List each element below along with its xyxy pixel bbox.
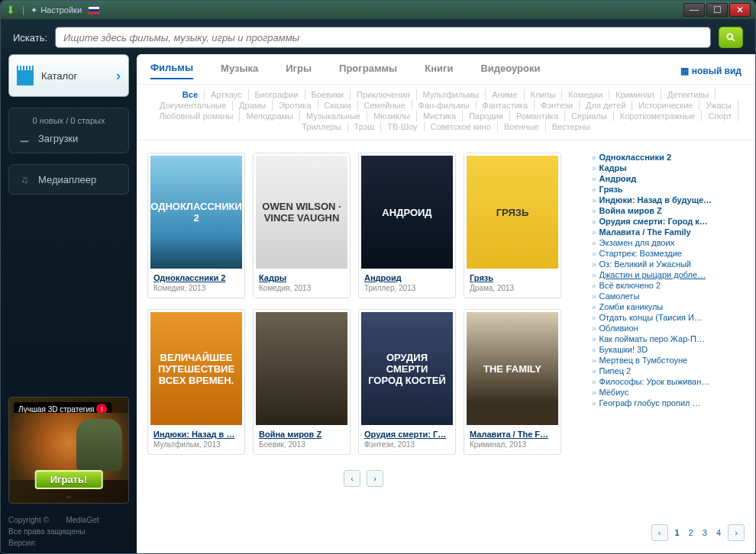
right-list-item[interactable]: »Как поймать перо Жар-П… (592, 334, 745, 345)
pager-next-button[interactable]: › (367, 470, 383, 487)
right-list-item[interactable]: »Экзамен для двоих (592, 238, 745, 249)
genre-tag[interactable]: Советское кино (425, 121, 498, 132)
right-list-item[interactable]: »Индюки: Назад в будуще… (592, 195, 745, 206)
genre-tag[interactable]: Все (176, 89, 205, 100)
genre-tag[interactable]: Боевики (305, 89, 351, 100)
right-list-item[interactable]: »Обливион (592, 324, 745, 334)
genre-tag[interactable]: Любовный романы (153, 111, 241, 121)
genre-tag[interactable]: Фантастика (477, 100, 535, 111)
topnav-item[interactable]: Программы (339, 63, 397, 79)
movie-card[interactable]: ВЕЛИЧАЙШЕЕ ПУТЕШЕСТВИЕ ВСЕХ ВРЕМЕН.Индюк… (147, 309, 245, 455)
genre-tag[interactable]: Мелодрамы (240, 111, 300, 121)
genre-tag[interactable]: Романтика (510, 111, 565, 121)
genre-tag[interactable]: Сказки (318, 100, 358, 111)
new-view-button[interactable]: ▦новый вид (680, 66, 741, 76)
genre-tag[interactable]: Драмы (233, 100, 273, 111)
genre-tag[interactable]: Мюзиклы (367, 111, 417, 121)
right-list-item[interactable]: »Стартрек: Возмездие (592, 249, 745, 259)
genre-tag[interactable]: Документальные (153, 100, 233, 111)
sidebar-item-catalog[interactable]: Каталог › (8, 54, 129, 97)
right-pager-prev-button[interactable]: ‹ (651, 524, 668, 541)
movie-card[interactable]: ГРЯЗЬГрязьДрама, 2013 (464, 153, 561, 298)
genre-tag[interactable]: Сериалы (565, 111, 614, 121)
genre-tag[interactable]: Приключения (351, 89, 417, 100)
right-list-item[interactable]: »Малавита / The Family (592, 227, 745, 238)
ad-banner[interactable]: Лучшая 3D стратегия ! Играть! ··· (8, 397, 129, 504)
right-list-item[interactable]: »Отдать концы (Таисия И… (592, 313, 745, 324)
topnav-item[interactable]: Книги (425, 63, 453, 79)
genre-tag[interactable]: Исторические (632, 100, 699, 111)
right-list-item[interactable]: »Букашки! 3D (592, 345, 745, 356)
right-list-item[interactable]: »Мертвец в Тумбстоуне (592, 356, 745, 366)
right-list-item[interactable]: »Мёбиус (592, 388, 745, 398)
pager-prev-button[interactable]: ‹ (344, 470, 360, 487)
genre-tag[interactable]: Комедии (562, 89, 609, 100)
ad-play-button[interactable]: Играть! (35, 470, 103, 489)
genre-tag[interactable]: Аниме (486, 89, 524, 100)
movie-card[interactable]: АНДРОИДАндроидТриллер, 2013 (358, 153, 456, 298)
genre-tag[interactable]: Для детей (580, 100, 632, 111)
topnav-item[interactable]: Игры (286, 63, 312, 79)
gear-icon: ✦ (31, 5, 37, 15)
right-list-item[interactable]: »Грязь (592, 185, 745, 195)
genre-tag[interactable]: Военные (498, 121, 546, 132)
movie-card[interactable]: Война миров ZБоевик, 2013 (253, 309, 351, 455)
sidebar-item-downloads[interactable]: 0 новых / 0 старых Загрузки (8, 108, 129, 153)
search-button[interactable] (719, 27, 743, 48)
right-list-item[interactable]: »Самолеты (592, 291, 745, 302)
right-list-item[interactable]: »Андроид (592, 174, 745, 185)
genre-tag[interactable]: Вестерны (546, 121, 596, 132)
genre-tag[interactable]: Артхаус (205, 89, 249, 100)
right-list-item[interactable]: »Джастин и рыцари добле… (592, 270, 745, 281)
movie-card[interactable]: OWEN WILSON · VINCE VAUGHNКадрыКомедия, … (253, 153, 351, 298)
search-input[interactable] (55, 27, 711, 48)
right-list-item[interactable]: »Zомби каникулы (592, 302, 745, 313)
topnav-item[interactable]: Фильмы (150, 62, 193, 79)
genre-tag[interactable]: Пародии (463, 111, 510, 121)
right-list-item[interactable]: »Оз: Великий и Ужасный (592, 259, 745, 270)
genre-tag[interactable]: Клипы (525, 89, 563, 100)
right-list-item[interactable]: »Всё включено 2 (592, 281, 745, 291)
movie-poster: АНДРОИД (361, 156, 453, 269)
right-pager-page[interactable]: 4 (714, 528, 723, 537)
genre-tag[interactable]: Музыкальные (300, 111, 367, 121)
genre-tag[interactable]: Триллеры (296, 121, 347, 132)
right-pager-next-button[interactable]: › (728, 524, 745, 541)
right-list-item[interactable]: »Война миров Z (592, 206, 745, 217)
genre-tag[interactable]: Ужасы (699, 100, 738, 111)
right-list-item[interactable]: »Географ глобус пропил … (592, 398, 745, 409)
genre-tag[interactable]: Детективы (661, 89, 716, 100)
genre-tag[interactable]: ТВ-Шоу (381, 121, 424, 132)
right-pager-page[interactable]: 3 (700, 528, 709, 537)
movie-card[interactable]: THE FAMILYМалавита / The F…Криминал, 201… (464, 309, 561, 455)
genre-tag[interactable]: Фэнтези (535, 100, 580, 111)
right-list-item[interactable]: »Орудия смерти: Город к… (592, 217, 745, 227)
right-list-item[interactable]: »Одноклассники 2 (592, 153, 745, 163)
genre-tag[interactable]: Эротика (273, 100, 318, 111)
right-list-item[interactable]: »Философы: Урок выживан… (592, 377, 745, 388)
genre-tag[interactable]: Биографии (249, 89, 305, 100)
genre-tag[interactable]: Мультфильмы (417, 89, 486, 100)
genre-tag[interactable]: Семейные (358, 100, 412, 111)
right-pager-page[interactable]: 1 (673, 528, 682, 537)
movie-card[interactable]: ОРУДИЯ СМЕРТИГОРОД КОСТЕЙОрудия смерти: … (358, 309, 456, 455)
window-maximize-button[interactable]: ☐ (706, 3, 728, 17)
genre-tag[interactable]: Спорт (702, 111, 738, 121)
right-list-item[interactable]: »Пипец 2 (592, 366, 745, 377)
movie-title: Одноклассники 2 (153, 273, 239, 282)
flag-ru-icon[interactable] (88, 6, 100, 14)
genre-tag[interactable]: Мистика (417, 111, 463, 121)
window-minimize-button[interactable]: — (683, 3, 705, 17)
right-pager-page[interactable]: 2 (687, 528, 696, 537)
topnav-item[interactable]: Видеоуроки (480, 63, 540, 79)
right-list-item[interactable]: »Кадры (592, 163, 745, 174)
topnav-item[interactable]: Музыка (221, 63, 258, 79)
settings-button[interactable]: ✦ Настройки (31, 5, 82, 15)
movie-card[interactable]: ОДНОКЛАССНИКИ 2Одноклассники 2Комедия, 2… (147, 153, 245, 298)
genre-tag[interactable]: Трэш (348, 121, 382, 132)
genre-tag[interactable]: Фан-фильмы (412, 100, 477, 111)
window-close-button[interactable]: ✕ (729, 3, 751, 17)
sidebar-item-mediaplayer[interactable]: ♫ Медиаплеер (8, 164, 129, 195)
genre-tag[interactable]: Криминал (609, 89, 661, 100)
genre-tag[interactable]: Короткометражные (614, 111, 703, 121)
